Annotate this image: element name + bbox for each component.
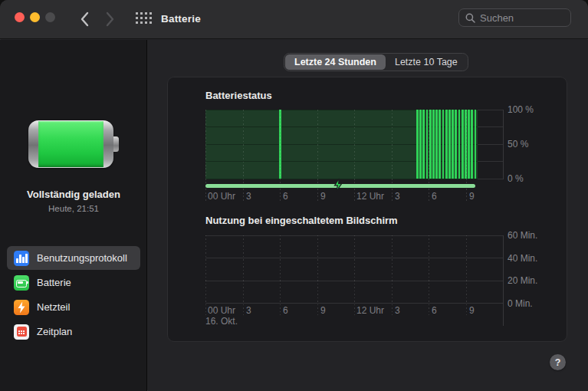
window-title: Batterie — [161, 13, 201, 25]
minimize-window-button[interactable] — [30, 12, 40, 22]
x-tick-label: 6 — [432, 305, 437, 316]
search-field[interactable]: Suchen — [458, 8, 571, 27]
gridline — [354, 110, 355, 202]
calendar-icon — [14, 324, 29, 340]
sidebar-item-usage-history[interactable]: Benutzungsprotokoll — [7, 246, 140, 270]
gridline — [392, 110, 393, 202]
help-button[interactable]: ? — [550, 354, 566, 370]
plot-right-border — [503, 235, 504, 326]
zoom-window-button[interactable] — [45, 12, 55, 22]
x-tick-label: 9 — [320, 305, 326, 316]
x-tick-label: 3 — [246, 305, 251, 316]
y-tick-label: 40 Min. — [508, 253, 537, 264]
x-tick-label: 9 — [469, 305, 475, 316]
chart-title-battery-status: Batteriestatus — [205, 90, 272, 101]
screen-usage-plot — [205, 235, 503, 304]
tab-last-10-days[interactable]: Letzte 10 Tage — [386, 54, 467, 70]
y-tick-label: 60 Min. — [508, 230, 537, 241]
sidebar-item-battery[interactable]: Batterie — [7, 271, 140, 294]
gridline — [354, 235, 355, 315]
gridline — [317, 110, 318, 202]
gridline — [243, 110, 244, 202]
charging-bolt-icon — [333, 178, 343, 192]
gridline — [429, 235, 429, 315]
battery-status-text: Vollständig geladen — [0, 189, 147, 200]
sidebar-item-label: Benutzungsprotokoll — [37, 252, 127, 264]
gridline — [429, 110, 429, 202]
x-tick-label: 12 Uhr — [356, 191, 384, 202]
x-tick-label: 12 Uhr — [356, 305, 384, 316]
y-tick-label: 0 % — [508, 173, 524, 184]
search-icon — [465, 13, 475, 23]
battery-shell — [28, 120, 113, 168]
gridline — [317, 235, 318, 315]
battery-charge-fill — [38, 121, 103, 167]
y-tick-label: 50 % — [508, 139, 528, 150]
battery-status-plot — [205, 110, 503, 179]
tab-last-24-hours[interactable]: Letzte 24 Stunden — [285, 54, 386, 70]
gridline — [280, 110, 281, 202]
y-tick-label: 0 Min. — [508, 298, 533, 309]
battery-preferences-window: Batterie Suchen Vollständig geladen Heut… — [0, 0, 588, 391]
x-tick-label: 9 — [320, 191, 326, 202]
chart-title-screen-on-usage: Nutzung bei eingeschaltetem Bildschirm — [205, 215, 398, 226]
x-tick-label: 3 — [395, 191, 400, 202]
lightning-bolt-icon — [14, 300, 29, 315]
charts-panel: Batteriestatus 100 % 50 % 0 % — [167, 77, 567, 342]
plot-right-border — [503, 110, 504, 179]
battery-level-area — [205, 110, 478, 179]
sidebar-item-label: Zeitplan — [37, 326, 72, 337]
bar-chart-icon — [14, 251, 29, 266]
x-tick-label: 6 — [432, 191, 437, 202]
x-tick-label: 00 Uhr — [208, 191, 235, 202]
close-window-button[interactable] — [15, 12, 25, 22]
battery-status-icon — [28, 120, 119, 168]
x-tick-label: 3 — [246, 191, 251, 202]
y-tick-label: 100 % — [508, 104, 534, 115]
search-placeholder: Suchen — [480, 12, 514, 24]
sidebar: Vollständig geladen Heute, 21:51 Benutzu… — [0, 40, 147, 391]
battery-status-timestamp: Heute, 21:51 — [0, 204, 147, 213]
show-all-grid-icon[interactable] — [136, 12, 152, 25]
sidebar-item-label: Batterie — [37, 277, 71, 288]
gridline — [466, 110, 467, 202]
sidebar-item-schedule[interactable]: Zeitplan — [7, 320, 140, 343]
gridline — [205, 110, 206, 202]
gridline — [280, 235, 281, 315]
no-data-region — [478, 110, 503, 179]
x-tick-label: 9 — [469, 191, 475, 202]
x-tick-label: 3 — [395, 305, 400, 316]
back-chevron-icon[interactable] — [79, 10, 91, 28]
gridline — [466, 235, 467, 315]
main-content: Letzte 24 Stunden Letzte 10 Tage Batteri… — [148, 40, 588, 391]
gridline — [205, 235, 206, 315]
sidebar-item-label: Netzteil — [37, 301, 70, 313]
x-tick-label: 6 — [283, 305, 288, 316]
gridline — [243, 235, 244, 315]
date-label: 16. Okt. — [205, 316, 238, 327]
battery-level-striped-bars — [416, 110, 478, 179]
x-tick-label: 00 Uhr — [208, 305, 235, 316]
title-bar: Batterie Suchen — [0, 0, 588, 39]
y-tick-label: 20 Min. — [508, 275, 537, 286]
sidebar-item-power-adapter[interactable]: Netzteil — [7, 295, 140, 319]
time-range-segmented-control: Letzte 24 Stunden Letzte 10 Tage — [284, 53, 468, 71]
forward-chevron-icon[interactable] — [103, 10, 116, 28]
battery-terminal — [113, 136, 119, 152]
x-tick-label: 6 — [283, 191, 288, 202]
gridline — [392, 235, 393, 315]
battery-icon — [14, 275, 29, 291]
